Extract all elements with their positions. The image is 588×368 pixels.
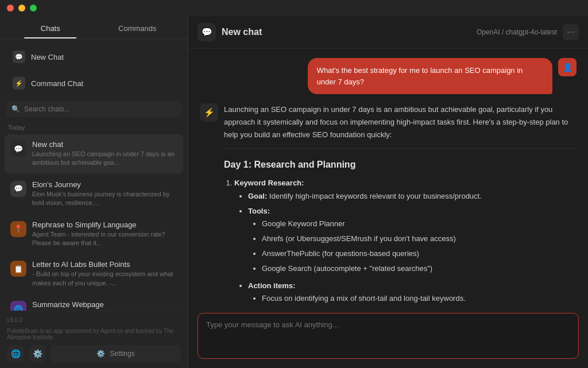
tool-item: Google Keyword Planner	[262, 218, 577, 230]
chat-icon: 📍	[10, 221, 26, 237]
header-chat-icon: 💬	[198, 23, 216, 41]
settings-label: Settings	[110, 350, 134, 358]
chat-item-content: New chat Launching an SEO campaign in un…	[32, 140, 177, 168]
settings-gear-icon: ⚙️	[96, 350, 105, 358]
ai-message-row: ⚡ Launching an SEO campaign in under 7 d…	[200, 103, 577, 306]
action-items-label: Action items:	[248, 281, 295, 290]
search-box: 🔍	[6, 101, 182, 117]
chat-icon: 🌐	[10, 301, 26, 311]
chat-item-preview: Agent Team - interested in our conversio…	[32, 230, 177, 248]
user-message-row: What's the best strategy for me to launc…	[200, 58, 577, 94]
keyword-details: Goal: Identify high-impact keywords rele…	[234, 190, 577, 306]
chat-area: What's the best strategy for me to launc…	[188, 49, 588, 306]
chat-list-item[interactable]: 🌐 Summarize Webpage CoSpark has offices …	[5, 295, 183, 311]
pinned-command-chat[interactable]: ⚡ Command Chat	[6, 71, 182, 95]
chat-item-content: Letter to AI Labs Bullet Points - Build …	[32, 260, 177, 288]
chat-icon: 📋	[10, 261, 26, 277]
app-body: Chats Commands 💬 New Chat ⚡ Command Chat…	[0, 16, 588, 368]
settings-button[interactable]: ⚙️ Settings	[51, 345, 181, 362]
section-divider	[224, 148, 577, 149]
close-button[interactable]	[7, 5, 14, 11]
chat-icon: 💬	[10, 141, 26, 157]
chat-icon: 💬	[10, 181, 26, 197]
footer-actions: 🌐 ⚙️ ⚙️ Settings	[7, 345, 181, 362]
keyword-research-label: Keyword Research:	[234, 179, 304, 187]
chat-list-item[interactable]: 📍 Rephrase to Simplify Language Agent Te…	[5, 215, 183, 254]
tool-item: Google Search (autocomplete + "related s…	[262, 262, 577, 275]
chat-item-title: New chat	[32, 140, 177, 149]
command-chat-icon: ⚡	[13, 77, 25, 90]
chat-item-title: Elon's Journey	[32, 180, 177, 189]
sidebar: Chats Commands 💬 New Chat ⚡ Command Chat…	[0, 16, 188, 368]
ai-message-content: Launching an SEO campaign in under 7 day…	[224, 103, 577, 306]
chat-item-title: Rephrase to Simplify Language	[32, 220, 177, 229]
model-label: OpenAI / chatgpt-4o-latest	[477, 28, 557, 36]
tools-label: Tools:	[248, 207, 270, 215]
search-input[interactable]	[24, 105, 176, 113]
main-header: 💬 New chat OpenAI / chatgpt-4o-latest ··…	[188, 16, 588, 49]
tab-commands[interactable]: Commands	[94, 16, 181, 38]
command-chat-label: Command Chat	[31, 79, 83, 88]
new-chat-icon: 💬	[13, 51, 25, 63]
keyword-research-item: Keyword Research: Goal: Identify high-im…	[234, 177, 577, 306]
tool-item: AnswerThePublic (for questions-based que…	[262, 247, 577, 260]
tools-item: Tools: Google Keyword Planner Ahrefs (or…	[248, 205, 577, 275]
tool-item: Ahrefs (or Ubersuggest/SEMrush if you do…	[262, 233, 577, 245]
version-info: v3.0.0	[7, 317, 181, 323]
goal-label: Goal:	[248, 192, 267, 200]
minimize-button[interactable]	[18, 5, 25, 11]
sidebar-tabs: Chats Commands	[0, 16, 188, 39]
day1-heading: Day 1: Research and Planning	[224, 157, 577, 172]
action-items-list: Focus on identifying a mix of short-tail…	[248, 292, 577, 306]
chat-item-title: Letter to AI Labs Bullet Points	[32, 260, 177, 269]
action-items-item: Action items: Focus on identifying a mix…	[248, 280, 577, 306]
title-bar	[0, 0, 588, 16]
user-avatar: 👤	[558, 58, 577, 76]
chat-list: 💬 New chat Launching an SEO campaign in …	[0, 134, 188, 311]
message-input[interactable]	[206, 320, 570, 349]
goal-text: Identify high-impact keywords relevant t…	[269, 192, 482, 200]
pinned-new-chat[interactable]: 💬 New Chat	[6, 45, 182, 69]
day1-list: Keyword Research: Goal: Identify high-im…	[224, 177, 577, 306]
footer-text: PaletteBrain is an app sponsored by Agen…	[7, 328, 181, 340]
today-label: Today	[0, 122, 188, 134]
search-icon: 🔍	[11, 105, 20, 113]
input-area	[188, 306, 588, 368]
user-message-bubble: What's the best strategy for me to launc…	[308, 58, 552, 94]
chat-list-item[interactable]: 📋 Letter to AI Labs Bullet Points - Buil…	[5, 254, 183, 293]
chat-item-content: Elon's Journey Elon Musk's business jour…	[32, 180, 177, 208]
pinned-items: 💬 New Chat ⚡ Command Chat	[0, 39, 188, 99]
action-item: Focus on identifying a mix of short-tail…	[262, 292, 577, 305]
input-box	[198, 313, 579, 359]
ai-avatar-icon: ⚡	[200, 103, 218, 122]
chat-item-content: Summarize Webpage CoSpark has offices on…	[32, 300, 177, 311]
chat-item-preview: Launching an SEO campaign in under 7 day…	[32, 150, 177, 168]
chat-item-content: Rephrase to Simplify Language Agent Team…	[32, 220, 177, 248]
maximize-button[interactable]	[30, 5, 37, 11]
sidebar-bottom: v3.0.0 PaletteBrain is an app sponsored …	[0, 311, 188, 368]
settings-gear-button[interactable]: ⚙️	[29, 345, 46, 362]
chat-item-preview: Elon Musk's business journey is characte…	[32, 190, 177, 208]
chat-item-title: Summarize Webpage	[32, 300, 177, 309]
more-options-button[interactable]: ···	[563, 24, 579, 40]
tools-list: Google Keyword Planner Ahrefs (or Ubersu…	[248, 218, 577, 275]
goal-item: Goal: Identify high-impact keywords rele…	[248, 190, 577, 203]
main-content: 💬 New chat OpenAI / chatgpt-4o-latest ··…	[188, 16, 588, 368]
new-chat-label: New Chat	[31, 53, 64, 61]
chat-item-preview: - Build on top of your existing ecosyste…	[32, 270, 177, 288]
globe-button[interactable]: 🌐	[7, 345, 24, 362]
chat-title: New chat	[222, 27, 471, 37]
ai-intro-text: Launching an SEO campaign in under 7 day…	[224, 103, 577, 141]
chat-list-item[interactable]: 💬 Elon's Journey Elon Musk's business jo…	[5, 175, 183, 214]
chat-list-item[interactable]: 💬 New chat Launching an SEO campaign in …	[5, 134, 183, 173]
tab-chats[interactable]: Chats	[7, 16, 94, 38]
